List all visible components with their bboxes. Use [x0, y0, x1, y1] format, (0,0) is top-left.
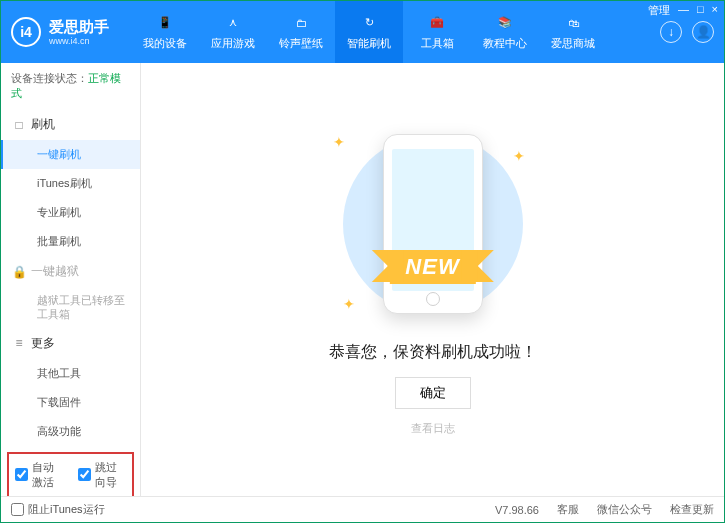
device-icon: 📱: [156, 14, 174, 32]
lock-icon: 🔒: [13, 266, 25, 278]
sidebar-item-one-click-flash[interactable]: 一键刷机: [1, 140, 140, 169]
tab-label: 我的设备: [143, 36, 187, 51]
sidebar-item-itunes-flash[interactable]: iTunes刷机: [1, 169, 140, 198]
sidebar-item-other-tools[interactable]: 其他工具: [1, 359, 140, 388]
group-label: 更多: [31, 335, 55, 352]
confirm-button[interactable]: 确定: [395, 377, 471, 409]
tab-my-device[interactable]: 📱我的设备: [131, 1, 199, 63]
flash-icon: ↻: [360, 14, 378, 32]
download-button[interactable]: ↓: [660, 21, 682, 43]
main-content: ✦ ✦ ✦ NEW 恭喜您，保资料刷机成功啦！ 确定 查看日志: [141, 63, 724, 496]
group-label: 刷机: [31, 116, 55, 133]
new-ribbon: NEW: [389, 250, 475, 284]
auto-activate-input[interactable]: [15, 468, 28, 481]
brand-title: 爱思助手: [49, 18, 109, 36]
tab-label: 教程中心: [483, 36, 527, 51]
sparkle-icon: ✦: [343, 296, 355, 312]
tab-tutorials[interactable]: 📚教程中心: [471, 1, 539, 63]
block-itunes-checkbox[interactable]: 阻止iTunes运行: [11, 502, 105, 517]
success-message: 恭喜您，保资料刷机成功啦！: [329, 342, 537, 363]
version-text: V7.98.66: [495, 504, 539, 516]
group-jailbreak: 🔒 一键越狱: [1, 256, 140, 287]
sparkle-icon: ✦: [513, 148, 525, 164]
brand-url: www.i4.cn: [49, 36, 109, 47]
logo-icon: i4: [11, 17, 41, 47]
tab-store[interactable]: 🛍爱思商城: [539, 1, 607, 63]
sidebar-item-pro-flash[interactable]: 专业刷机: [1, 198, 140, 227]
tab-toolbox[interactable]: 🧰工具箱: [403, 1, 471, 63]
nav-tabs: 📱我的设备 ⋏应用游戏 🗀铃声壁纸 ↻智能刷机 🧰工具箱 📚教程中心 🛍爱思商城: [131, 1, 660, 63]
connection-status: 设备连接状态：正常模式: [1, 63, 140, 109]
auto-activate-checkbox[interactable]: 自动激活: [15, 460, 64, 490]
tab-label: 智能刷机: [347, 36, 391, 51]
store-icon: 🛍: [564, 14, 582, 32]
sidebar: 设备连接状态：正常模式 □ 刷机 一键刷机 iTunes刷机 专业刷机 批量刷机…: [1, 63, 141, 496]
tab-smart-flash[interactable]: ↻智能刷机: [335, 1, 403, 63]
block-itunes-input[interactable]: [11, 503, 24, 516]
jailbreak-note: 越狱工具已转移至工具箱: [1, 287, 140, 328]
checkbox-label: 跳过向导: [95, 460, 127, 490]
brand: i4 爱思助手 www.i4.cn: [11, 17, 131, 47]
sidebar-item-download-firmware[interactable]: 下载固件: [1, 388, 140, 417]
maximize-button[interactable]: □: [697, 3, 704, 18]
tab-label: 应用游戏: [211, 36, 255, 51]
tab-apps-games[interactable]: ⋏应用游戏: [199, 1, 267, 63]
group-label: 一键越狱: [31, 263, 79, 280]
minimize-button[interactable]: —: [678, 3, 689, 18]
ringtone-icon: 🗀: [292, 14, 310, 32]
phone-illustration: [383, 134, 483, 314]
toolbox-icon: 🧰: [428, 14, 446, 32]
close-button[interactable]: ×: [712, 3, 718, 18]
tab-label: 工具箱: [421, 36, 454, 51]
support-link[interactable]: 客服: [557, 502, 579, 517]
menu-icon: ≡: [13, 337, 25, 349]
apps-icon: ⋏: [224, 14, 242, 32]
options-box: 自动激活 跳过向导: [7, 452, 134, 496]
sidebar-item-batch-flash[interactable]: 批量刷机: [1, 227, 140, 256]
success-illustration: ✦ ✦ ✦ NEW: [303, 124, 563, 324]
checkbox-label: 阻止iTunes运行: [28, 502, 105, 517]
user-button[interactable]: 👤: [692, 21, 714, 43]
check-update-link[interactable]: 检查更新: [670, 502, 714, 517]
wechat-link[interactable]: 微信公众号: [597, 502, 652, 517]
flash-group-icon: □: [13, 119, 25, 131]
tab-label: 铃声壁纸: [279, 36, 323, 51]
tab-label: 爱思商城: [551, 36, 595, 51]
sparkle-icon: ✦: [333, 134, 345, 150]
tutorial-icon: 📚: [496, 14, 514, 32]
conn-label: 设备连接状态：: [11, 72, 88, 84]
menu-button[interactable]: 管理: [648, 3, 670, 18]
skip-guide-input[interactable]: [78, 468, 91, 481]
tab-ringtones[interactable]: 🗀铃声壁纸: [267, 1, 335, 63]
status-bar: 阻止iTunes运行 V7.98.66 客服 微信公众号 检查更新: [1, 496, 724, 522]
app-header: 管理 — □ × i4 爱思助手 www.i4.cn 📱我的设备 ⋏应用游戏 🗀…: [1, 1, 724, 63]
window-controls: 管理 — □ ×: [648, 3, 718, 18]
view-log-link[interactable]: 查看日志: [411, 421, 455, 436]
checkbox-label: 自动激活: [32, 460, 64, 490]
group-more[interactable]: ≡ 更多: [1, 328, 140, 359]
group-flash[interactable]: □ 刷机: [1, 109, 140, 140]
skip-guide-checkbox[interactable]: 跳过向导: [78, 460, 127, 490]
sidebar-item-advanced[interactable]: 高级功能: [1, 417, 140, 446]
header-right: ↓ 👤: [660, 21, 714, 43]
